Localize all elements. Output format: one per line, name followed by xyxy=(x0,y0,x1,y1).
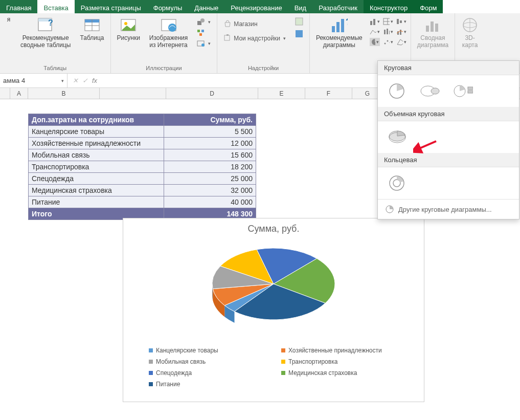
col-F[interactable]: F xyxy=(305,88,352,99)
pivot-left-label: я xyxy=(7,16,11,24)
svg-rect-22 xyxy=(332,26,335,32)
svg-rect-21 xyxy=(296,30,303,37)
pie-bar-option[interactable] xyxy=(453,82,473,100)
tab-design[interactable]: Конструктор xyxy=(364,0,414,13)
pie-chart-plot xyxy=(123,237,424,343)
svg-rect-19 xyxy=(227,34,229,36)
recommended-pivot-label: Рекомендуемые сводные таблицы xyxy=(20,35,71,49)
more-pie-charts-button[interactable]: Другие круговые диаграммы... xyxy=(378,199,519,219)
pivot-table-button[interactable]: я xyxy=(4,15,13,25)
pictures-button[interactable]: Рисунки xyxy=(115,15,142,43)
shapes-icon xyxy=(197,18,205,26)
more-pie-charts-label: Другие круговые диаграммы... xyxy=(398,206,492,213)
svg-rect-35 xyxy=(384,30,386,34)
waterfall-chart-button[interactable]: ▾ xyxy=(396,17,406,26)
cancel-icon[interactable]: ✕ xyxy=(73,77,78,84)
screenshot-button[interactable]: ▾ xyxy=(195,39,213,48)
table-row: Транспортировка18 200 xyxy=(29,161,256,173)
svg-rect-23 xyxy=(336,22,340,32)
combo-chart-button[interactable]: ▾ xyxy=(396,28,406,36)
bing-maps-icon[interactable] xyxy=(293,17,305,27)
svg-point-12 xyxy=(200,18,205,23)
name-box[interactable]: амма 4 ▾ xyxy=(0,74,67,87)
svg-text:?: ? xyxy=(346,17,348,27)
store-icon xyxy=(223,20,232,28)
table-header-2[interactable]: Сумма, руб. xyxy=(164,114,256,126)
pie-3d-option[interactable] xyxy=(420,82,440,100)
svg-point-42 xyxy=(387,40,388,42)
col-D[interactable]: D xyxy=(166,88,258,99)
online-pictures-button[interactable]: Изображения из Интернета xyxy=(147,15,190,50)
tab-home[interactable]: Главная xyxy=(0,0,37,13)
picture-icon xyxy=(120,16,137,34)
pie-3d-volume-option[interactable] xyxy=(387,128,408,146)
tab-developer[interactable]: Разработчик xyxy=(312,0,364,13)
svg-rect-32 xyxy=(397,19,399,24)
table-button[interactable]: Таблица xyxy=(78,15,106,43)
visio-small-icon xyxy=(295,30,303,38)
legend-item: Транспортировка xyxy=(281,358,398,365)
addins-icon xyxy=(223,34,232,42)
pivot-chart-button[interactable]: Сводная диаграмма xyxy=(415,15,450,50)
pie-chart-button[interactable]: ▾ xyxy=(370,38,380,46)
table-header-1[interactable]: Доп.затраты на сотрудников xyxy=(29,114,164,126)
hierarchy-chart-button[interactable]: ▾ xyxy=(383,17,393,26)
group-label-tables: Таблицы xyxy=(43,65,66,72)
table-row: Хозяйственные принадлежности12 000 xyxy=(29,138,256,149)
recommended-charts-icon: ? xyxy=(330,16,348,34)
svg-point-53 xyxy=(431,88,439,94)
tab-review[interactable]: Рецензирование xyxy=(224,0,288,13)
table-row: Питание40 000 xyxy=(29,196,256,208)
table-icon xyxy=(83,16,101,34)
chart-title: Сумма, руб. xyxy=(123,218,424,237)
shapes-button[interactable]: ▾ xyxy=(195,17,213,27)
surface-chart-button[interactable]: ▾ xyxy=(396,38,406,46)
fx-icon[interactable]: fx xyxy=(92,77,97,84)
tab-view[interactable]: Вид xyxy=(288,0,313,13)
doughnut-option[interactable] xyxy=(387,174,408,192)
store-button[interactable]: Магазин xyxy=(221,19,288,29)
col-B[interactable]: B xyxy=(28,88,100,99)
enter-icon[interactable]: ✓ xyxy=(82,77,88,84)
dropdown-section-doughnut: Кольцевая xyxy=(378,153,519,167)
pivot-chart-label: Сводная диаграмма xyxy=(417,35,448,49)
svg-rect-33 xyxy=(400,20,402,23)
my-addins-button[interactable]: Мои надстройки▾ xyxy=(221,34,288,43)
globe-icon xyxy=(461,16,479,34)
tab-page-layout[interactable]: Разметка страницы xyxy=(75,0,147,13)
dropdown-section-3d-pie: Объемная круговая xyxy=(378,107,519,121)
name-box-value: амма 4 xyxy=(3,77,25,84)
group-label-addins: Надстройки xyxy=(248,65,279,72)
statistic-chart-button[interactable]: ▾ xyxy=(383,28,393,36)
col-A[interactable]: A xyxy=(10,88,28,99)
ribbon-group-tables: я ? Рекомендуемые сводные таблицы Таблиц… xyxy=(0,13,111,73)
svg-rect-56 xyxy=(468,91,473,93)
pie-2d-option[interactable] xyxy=(387,82,408,100)
svg-marker-44 xyxy=(397,39,403,45)
tab-formulas[interactable]: Формулы xyxy=(147,0,189,13)
smartart-button[interactable] xyxy=(195,28,213,37)
tab-format[interactable]: Форм xyxy=(414,0,443,13)
legend-item: Медицинская страховка xyxy=(281,369,398,377)
recommended-charts-button[interactable]: ? Рекомендуемые диаграммы xyxy=(314,15,365,50)
3d-map-button[interactable]: 3D- карта xyxy=(459,15,481,50)
svg-rect-39 xyxy=(400,30,401,35)
col-E[interactable]: E xyxy=(258,88,305,99)
tab-data[interactable]: Данные xyxy=(188,0,224,13)
scatter-chart-button[interactable]: ▾ xyxy=(383,38,393,46)
svg-rect-45 xyxy=(426,26,429,32)
line-chart-button[interactable]: ▾ xyxy=(370,28,380,36)
col-C[interactable] xyxy=(100,88,166,99)
legend-item: Питание xyxy=(149,381,266,388)
legend-item: Канцелярские товары xyxy=(149,347,266,354)
3d-map-label: 3D- карта xyxy=(462,35,478,49)
recommended-pivot-button[interactable]: ? Рекомендуемые сводные таблицы xyxy=(18,15,73,50)
svg-point-43 xyxy=(389,42,390,43)
visio-icon[interactable] xyxy=(293,30,305,39)
screenshot-icon xyxy=(197,39,205,48)
table-row: Спецодежда25 000 xyxy=(29,173,256,185)
column-chart-button[interactable]: ▾ xyxy=(370,17,380,26)
tab-insert[interactable]: Вставка xyxy=(37,0,74,13)
table-label: Таблица xyxy=(80,35,104,42)
pie-chart-object[interactable]: Сумма, руб. Канцелярские товарыХозяйстве… xyxy=(123,218,424,402)
